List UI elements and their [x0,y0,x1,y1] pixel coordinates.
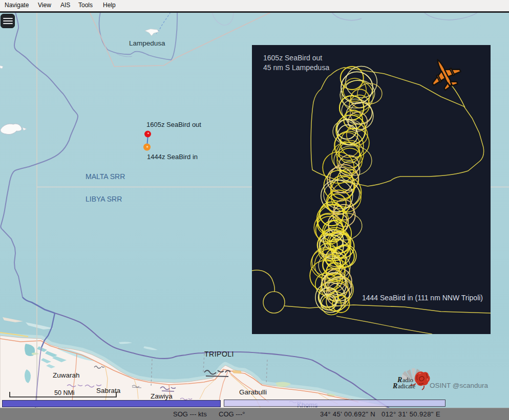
svg-text:Zuwarah: Zuwarah [53,371,80,379]
svg-text:TRIPOLI: TRIPOLI [204,350,234,358]
svg-text:1605z SeaBird out: 1605z SeaBird out [146,121,201,128]
svg-text:MALTA SRR: MALTA SRR [86,172,125,181]
svg-text:adicale: adicale [398,383,415,390]
svg-text:Garabulli: Garabulli [239,388,267,396]
svg-text:OSINT @scandura: OSINT @scandura [430,382,488,389]
svg-text:Zawiya: Zawiya [151,392,173,400]
svg-text:R: R [392,382,397,390]
svg-text:Lampedusa: Lampedusa [129,39,165,47]
svg-text:Sabrata: Sabrata [96,387,121,394]
svg-text:50 NMi: 50 NMi [54,389,75,396]
svg-text:LIBYA SRR: LIBYA SRR [86,195,122,203]
svg-text:1444 SeaBird in (111 nm NNW Tr: 1444 SeaBird in (111 nm NNW Tripoli) [362,294,483,302]
svg-text:1605z SeaBird out: 1605z SeaBird out [263,54,322,62]
svg-text:45 nm S Lampedusa: 45 nm S Lampedusa [263,63,329,72]
svg-text:1444z SeaBird in: 1444z SeaBird in [147,153,198,161]
